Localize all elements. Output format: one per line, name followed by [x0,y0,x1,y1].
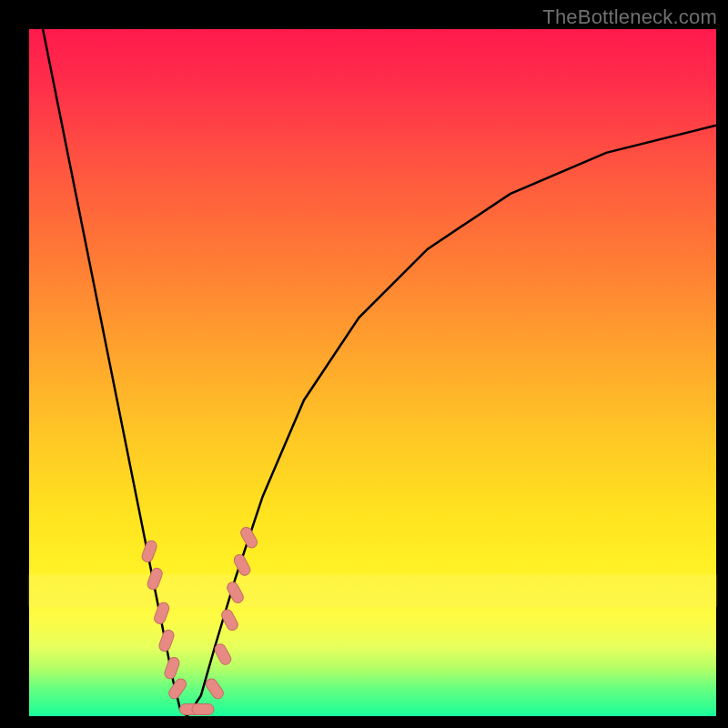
data-marker [157,629,175,653]
plot-area [29,29,716,716]
chart-frame: TheBottleneck.com [0,0,728,728]
data-marker [238,525,258,550]
bottleneck-curve [43,29,716,716]
attribution-text: TheBottleneck.com [542,5,717,29]
data-marker [163,656,180,681]
data-marker [232,552,252,577]
chart-svg [29,29,716,716]
data-marker [146,567,163,592]
data-marker [213,642,233,667]
data-marker [140,539,157,563]
data-marker [192,704,214,715]
data-marker [204,677,226,702]
marker-layer [140,525,258,714]
data-marker [167,677,188,702]
curve-layer [43,29,716,716]
data-marker [153,601,170,625]
